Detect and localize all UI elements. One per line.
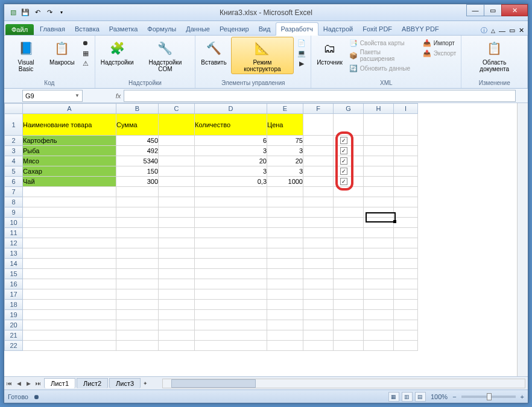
minimize-button[interactable]: — [466,4,484,16]
cell-D21[interactable] [195,330,267,341]
cell-B1[interactable]: Сумма [116,114,159,136]
cell-A8[interactable] [23,197,116,207]
cell-B21[interactable] [116,330,159,341]
row-header-18[interactable]: 18 [5,300,23,310]
cell-F16[interactable] [303,279,334,289]
tab-file[interactable]: Файл [5,24,34,35]
cell-B12[interactable] [116,238,159,248]
cell-C10[interactable] [159,218,195,228]
cell-D15[interactable] [195,269,267,279]
sheet-tab-2[interactable]: Лист3 [109,378,141,388]
cell-B14[interactable] [116,259,159,269]
source-button[interactable]: 🗂Источник [314,37,346,68]
col-header-E[interactable]: E [267,104,303,114]
sheet-nav-last[interactable]: ⏭ [33,379,43,388]
tab-5[interactable]: Рецензир [215,23,254,35]
cell-I2[interactable] [394,136,418,146]
cell-A18[interactable] [23,300,116,310]
cell-D11[interactable] [195,228,267,238]
cell-D6[interactable]: 0,3 [195,177,267,187]
cell-C20[interactable] [159,320,195,330]
cell-C4[interactable] [159,156,195,166]
cell-A12[interactable] [23,238,116,248]
cell-B18[interactable] [116,300,159,310]
insert-control-button[interactable]: 🔨Вставить [198,37,229,68]
cell-H15[interactable] [364,269,394,279]
cell-F21[interactable] [303,330,334,341]
cell-F8[interactable] [303,197,334,207]
record-macro-button[interactable]: ⏺ [80,38,91,48]
run-dialog-button[interactable]: ▶ [296,58,307,68]
cell-A6[interactable]: Чай [23,177,116,187]
row-header-20[interactable]: 20 [5,320,23,330]
cell-D9[interactable] [195,207,267,218]
cell-C14[interactable] [159,259,195,269]
cell-B19[interactable] [116,310,159,320]
cell-A17[interactable] [23,289,116,300]
cell-I18[interactable] [394,300,418,310]
zoom-slider[interactable] [461,396,516,398]
visual-basic-button[interactable]: 📘Visual Basic [7,37,45,74]
cell-F7[interactable] [303,187,334,197]
vertical-scrollbar[interactable] [517,103,528,376]
cell-E5[interactable]: 3 [267,166,303,177]
cell-G20[interactable] [334,320,364,330]
cell-I14[interactable] [394,259,418,269]
cell-H12[interactable] [364,238,394,248]
cell-I19[interactable] [394,310,418,320]
cell-F20[interactable] [303,320,334,330]
undo-icon[interactable]: ↶ [32,7,43,18]
cell-H11[interactable] [364,228,394,238]
cell-A20[interactable] [23,320,116,330]
tab-6[interactable]: Вид [254,23,276,35]
row-header-15[interactable]: 15 [5,269,23,279]
cell-H14[interactable] [364,259,394,269]
cell-E14[interactable] [267,259,303,269]
checkbox-row-6[interactable]: ✓ [340,178,347,185]
zoom-out-button[interactable]: − [452,393,456,400]
cell-E19[interactable] [267,310,303,320]
cell-E1[interactable]: Цена [267,114,303,136]
cell-H4[interactable] [364,156,394,166]
cell-G9[interactable] [334,207,364,218]
cell-F19[interactable] [303,310,334,320]
cell-C21[interactable] [159,330,195,341]
cell-B17[interactable] [116,289,159,300]
cell-H7[interactable] [364,187,394,197]
col-header-H[interactable]: H [364,104,394,114]
cell-D13[interactable] [195,248,267,259]
cell-A3[interactable]: Рыба [23,146,116,156]
design-mode-button[interactable]: 📐Режим конструктора [231,37,294,74]
tab-9[interactable]: Foxit PDF [358,23,397,35]
cell-I4[interactable] [394,156,418,166]
cell-C7[interactable] [159,187,195,197]
row-header-7[interactable]: 7 [5,187,23,197]
tab-2[interactable]: Разметка [104,23,143,35]
cell-G13[interactable] [334,248,364,259]
cell-F22[interactable] [303,341,334,351]
cell-F6[interactable] [303,177,334,187]
import-button[interactable]: 📥Импорт [422,38,458,48]
row-header-6[interactable]: 6 [5,177,23,187]
cell-A19[interactable] [23,310,116,320]
cell-B10[interactable] [116,218,159,228]
cell-A13[interactable] [23,248,116,259]
cell-E6[interactable]: 1000 [267,177,303,187]
tab-3[interactable]: Формулы [142,23,181,35]
cell-B8[interactable] [116,197,159,207]
cell-H22[interactable] [364,341,394,351]
cell-E7[interactable] [267,187,303,197]
cell-F2[interactable] [303,136,334,146]
cell-I1[interactable] [394,114,418,136]
cell-C9[interactable] [159,207,195,218]
cell-A1[interactable]: Наименование товара [23,114,116,136]
cell-G16[interactable] [334,279,364,289]
cell-I16[interactable] [394,279,418,289]
cell-D5[interactable]: 3 [195,166,267,177]
com-addins-button[interactable]: 🔧Надстройки COM [138,37,192,74]
cell-D4[interactable]: 20 [195,156,267,166]
macro-security-button[interactable]: ⚠ [80,58,91,68]
cell-C8[interactable] [159,197,195,207]
cell-G22[interactable] [334,341,364,351]
cell-H9[interactable] [364,207,394,218]
